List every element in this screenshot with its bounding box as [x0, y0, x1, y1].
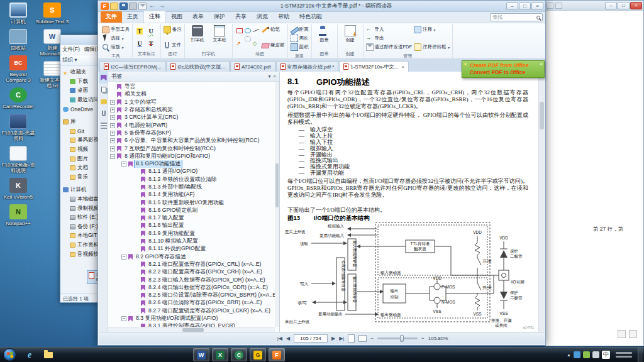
stamp-button[interactable]: 图章 — [314, 25, 335, 50]
bookmark-item[interactable]: 8.1.10 模拟输入配置 — [108, 238, 279, 245]
banner-close-icon[interactable] — [540, 61, 543, 67]
zoom-out-button[interactable]: − — [370, 336, 374, 341]
bookmark-item[interactable]: 8.2.7 端口配置锁定寄存器(GPIOx_LCKR) (x=A..E) — [108, 307, 279, 315]
email-fdf-button[interactable]: 通过邮件发送FDF — [366, 43, 413, 52]
highlight-text-button[interactable] — [135, 26, 144, 35]
zoom-in-button[interactable]: + — [421, 336, 425, 341]
zoom-icon[interactable] — [629, 330, 637, 338]
comment-popup-button[interactable]: 注释弹出框 — [414, 43, 450, 52]
taskbar-app-button[interactable] — [21, 348, 38, 361]
maximize-button[interactable]: □ — [618, 2, 630, 9]
tray-icon[interactable] — [592, 351, 599, 358]
cloud-shape-icon[interactable] — [245, 36, 251, 41]
desktop-icon[interactable]: Beyond Compare 3 — [1, 55, 35, 83]
bookmark-item[interactable]: 导言 — [108, 83, 279, 90]
perimeter-button[interactable]: 周长 — [291, 34, 309, 43]
pages-panel-button[interactable] — [99, 84, 108, 96]
expander-icon[interactable] — [121, 162, 126, 167]
underline-text-button[interactable] — [135, 39, 144, 48]
bookmark-item[interactable]: 8.2.4 端口输出数据寄存器(GPIOx_ODR) (x=A..E) — [108, 284, 279, 292]
attachments-panel-button[interactable] — [99, 107, 108, 119]
minimize-button[interactable]: – — [506, 3, 518, 10]
bookmark-item[interactable]: 8.1.1 通用I/O(GPIO) — [108, 168, 279, 175]
bookmark-item[interactable]: 8.1.4 复用功能(AF) — [108, 191, 279, 199]
zoom-tool-button[interactable]: 缩放 — [102, 43, 130, 52]
bookmarks-vertical-scrollbar[interactable] — [275, 82, 279, 327]
panel-options-icon[interactable]: ▾ — [269, 74, 271, 79]
fit-page-button[interactable] — [348, 334, 355, 343]
strikeout-text-button[interactable] — [147, 39, 155, 48]
bookmark-item[interactable]: 8 通用和复用功能I/O(GPIO和AFIO) — [108, 153, 279, 160]
bookmark-item[interactable]: 8.1.3 外部中断/唤醒线 — [108, 184, 279, 191]
expander-icon[interactable] — [110, 154, 115, 159]
document-tab[interactable]: 1-STM32F10x-中文... — [339, 61, 409, 72]
bookmark-item[interactable]: 8.1.6 GPIO锁定机制 — [108, 207, 279, 214]
distance-button[interactable]: 距离 — [291, 25, 309, 34]
tab-close-icon[interactable] — [401, 64, 404, 70]
bookmark-item[interactable]: 8.2.2 端口配置高寄存器(GPIOx_CRH) (x=A..E) — [108, 268, 279, 276]
expander-icon[interactable] — [110, 146, 115, 151]
taskbar-clock[interactable] — [613, 352, 635, 358]
bookmarks-panel-button[interactable] — [99, 72, 108, 84]
arrow-shape-icon[interactable] — [236, 36, 243, 41]
layers-panel-button[interactable] — [99, 119, 108, 131]
zoom-slider[interactable] — [377, 337, 418, 339]
polygon-shape-icon[interactable] — [253, 36, 259, 41]
find-input[interactable]: 查找 — [490, 13, 543, 21]
expander-icon[interactable] — [110, 100, 115, 105]
last-page-button[interactable]: ▶| — [339, 336, 344, 341]
tray-icon[interactable] — [574, 351, 580, 358]
desktop-icon[interactable]: CamRecorder — [1, 87, 35, 109]
export-comments-button[interactable]: 导出 — [366, 34, 413, 43]
show-desktop-button[interactable] — [638, 348, 643, 362]
bookmarks-horizontal-scrollbar[interactable] — [108, 327, 275, 332]
redo-icon[interactable] — [157, 3, 165, 10]
bookmark-item[interactable]: 8.1 GPIO功能描述 — [108, 160, 279, 168]
close-button[interactable]: × — [630, 2, 642, 9]
taskbar-app-button[interactable] — [40, 348, 57, 361]
bookmark-item[interactable]: 7 互联型产品的复位和时钟控制(RCC) — [108, 145, 279, 152]
taskbar-app-button[interactable] — [231, 348, 247, 361]
tray-expand-icon[interactable]: ▲ — [567, 353, 571, 357]
import-comments-button[interactable]: 导入 — [366, 25, 413, 34]
eraser-button[interactable]: 橡皮擦 — [262, 41, 285, 50]
bookmark-item[interactable]: 8.2 GPIO寄存器描述 — [108, 253, 279, 261]
pdf-vertical-scrollbar[interactable]: ▲ — [538, 72, 545, 332]
bookmark-item[interactable]: 5 备份寄存器(BKP) — [108, 129, 279, 137]
ribbon-tab[interactable]: 浏览 — [252, 11, 273, 23]
document-tab[interactable]: 常用存储器介绍.pdf * — [276, 61, 339, 72]
ribbon-tab[interactable]: 注释 — [143, 11, 166, 23]
ribbon-tab[interactable]: 文件 — [101, 11, 122, 23]
expander-icon[interactable] — [110, 138, 115, 143]
ribbon-tab[interactable]: 帮助 — [273, 11, 294, 23]
close-button[interactable]: × — [531, 3, 543, 10]
desktop-icon[interactable]: F103绿色板-资料说明 — [1, 146, 35, 173]
expander-icon[interactable] — [110, 115, 115, 120]
create-stamp-button[interactable]: 创建 — [340, 25, 360, 50]
desktop-icon[interactable]: Notepad++ — [1, 204, 35, 226]
mail-icon[interactable] — [138, 3, 147, 10]
bookmark-item[interactable]: 8.1.7 输入配置 — [108, 214, 279, 222]
bookmark-item[interactable]: 8.2.3 端口输入数据寄存器(GPIOx_IDR) (x=A..E) — [108, 276, 279, 283]
scrollbar-thumb[interactable] — [275, 163, 279, 207]
ribbon-tab[interactable]: 保护 — [209, 11, 230, 23]
bookmark-item[interactable]: 1 文中的缩写 — [108, 99, 279, 106]
bookmark-item[interactable]: 4 电源控制(PWR) — [108, 121, 279, 129]
expander-icon[interactable] — [110, 131, 115, 136]
textbox-button[interactable]: 文本框 — [209, 25, 230, 50]
taskbar-app-button[interactable] — [269, 348, 285, 361]
select-tool-button[interactable]: 选择 — [102, 34, 130, 43]
promo-banner[interactable]: Create PDF from Office Convert PDF to Of… — [462, 60, 545, 78]
note-button[interactable]: 备注 — [164, 25, 182, 34]
undo-icon[interactable] — [148, 3, 156, 10]
taskbar-app-button[interactable] — [250, 348, 266, 361]
document-tab[interactable]: I2C—读写EEPROM(... — [99, 61, 165, 72]
bookmark-item[interactable]: 相关文档 — [108, 90, 279, 98]
explorer-menu-item[interactable]: 文件(F) — [62, 46, 80, 53]
line-shape-icon[interactable] — [253, 28, 259, 33]
area-button[interactable]: 面积 — [291, 43, 309, 52]
pencil-button[interactable]: 铅笔 — [262, 25, 285, 34]
expander-icon[interactable] — [110, 107, 115, 112]
open-file-icon[interactable] — [110, 3, 118, 10]
ribbon-tab[interactable]: 共享 — [230, 11, 252, 23]
